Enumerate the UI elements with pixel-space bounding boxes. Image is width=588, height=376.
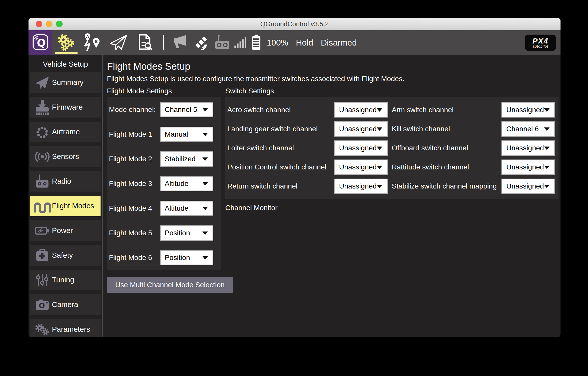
landing-gear-switch-channel-dropdown[interactable]: Unassigned bbox=[334, 121, 388, 137]
dropdown-value: Manual bbox=[165, 130, 188, 138]
flight-mode-row: Flight Mode 3Altitude bbox=[107, 171, 221, 196]
kill-switch-channel-dropdown[interactable]: Channel 6 bbox=[501, 121, 555, 137]
dropdown-value: Unassigned bbox=[506, 106, 544, 114]
qgc-home-button[interactable]: Q bbox=[29, 30, 52, 55]
mode-channel-dropdown[interactable]: Channel 5 bbox=[160, 102, 213, 117]
position-control-switch-channel-dropdown[interactable]: Unassigned bbox=[334, 160, 388, 175]
active-tab-indicator bbox=[55, 52, 78, 54]
row-label: Flight Mode 3 bbox=[109, 180, 160, 188]
flight-mode-indicator[interactable]: Hold bbox=[296, 38, 313, 48]
message-indicator[interactable] bbox=[170, 30, 191, 55]
flight-mode-5-dropdown[interactable]: Position bbox=[160, 225, 213, 241]
sidebar-item-firmware[interactable]: Firmware bbox=[30, 97, 101, 118]
camera-icon bbox=[33, 298, 52, 311]
chevron-down-icon bbox=[202, 256, 208, 259]
dropdown-value: Unassigned bbox=[339, 106, 377, 114]
titlebar: QGroundControl v3.5.2 bbox=[29, 18, 561, 30]
offboard-switch-channel-dropdown[interactable]: Unassigned bbox=[501, 140, 555, 156]
rc-transmitter-icon bbox=[214, 34, 230, 51]
toolbar-divider bbox=[163, 35, 164, 50]
sidebar-item-label: Flight Modes bbox=[52, 202, 94, 210]
sidebar-item-label: Airframe bbox=[52, 128, 80, 136]
sidebar-item-flight-modes[interactable]: Flight Modes bbox=[30, 196, 101, 216]
acro-switch-channel-dropdown[interactable]: Unassigned bbox=[334, 102, 388, 118]
flight-mode-3-dropdown[interactable]: Altitude bbox=[160, 176, 213, 191]
switch-settings-row: Return switch channelUnassignedStabilize… bbox=[225, 177, 558, 196]
row-label: Kill switch channel bbox=[388, 125, 501, 133]
waypoints-icon: A B bbox=[83, 33, 101, 53]
dropdown-value: Position bbox=[165, 229, 190, 237]
sidebar-item-label: Camera bbox=[52, 300, 78, 309]
switch-settings-row: Position Control switch channelUnassigne… bbox=[225, 157, 558, 177]
dropdown-value: Altitude bbox=[165, 180, 188, 188]
sidebar-items: SummaryFirmwareAirframeSensorsRadioFligh… bbox=[30, 72, 101, 337]
sidebar-item-parameters[interactable]: Parameters bbox=[30, 319, 101, 337]
row-label: Flight Mode 6 bbox=[109, 254, 160, 262]
radio-icon bbox=[33, 174, 52, 189]
main-panel: Flight Modes Setup Flight Modes Setup is… bbox=[103, 55, 561, 337]
stabilize-switch-channel-mapping-dropdown[interactable]: Unassigned bbox=[501, 179, 555, 194]
chevron-down-icon bbox=[202, 133, 208, 136]
log-file-icon bbox=[136, 33, 154, 52]
fly-tab[interactable] bbox=[105, 30, 132, 55]
airframe-icon bbox=[33, 124, 52, 140]
use-multi-channel-mode-selection-button[interactable]: Use Multi Channel Mode Selection bbox=[107, 277, 233, 293]
chevron-down-icon bbox=[544, 147, 550, 150]
chevron-down-icon bbox=[202, 207, 208, 210]
row-label: Flight Mode 2 bbox=[109, 155, 160, 163]
sidebar-item-radio[interactable]: Radio bbox=[30, 171, 101, 192]
battery-indicator[interactable] bbox=[248, 30, 264, 55]
sidebar-item-label: Power bbox=[52, 226, 73, 235]
svg-text:Q: Q bbox=[37, 37, 45, 49]
chevron-down-icon bbox=[202, 108, 208, 111]
flight-mode-2-dropdown[interactable]: Stabilized bbox=[160, 151, 213, 167]
sidebar-item-safety[interactable]: Safety bbox=[30, 245, 101, 266]
sidebar-item-tuning[interactable]: Tuning bbox=[30, 270, 101, 290]
flight-mode-4-dropdown[interactable]: Altitude bbox=[160, 201, 213, 216]
dropdown-value: Altitude bbox=[165, 204, 188, 212]
content-area: Vehicle Setup SummaryFirmwareAirframeSen… bbox=[29, 55, 561, 337]
plan-tab[interactable]: A B bbox=[79, 30, 105, 55]
sidebar-header: Vehicle Setup bbox=[29, 60, 102, 70]
rattitude-switch-channel-dropdown[interactable]: Unassigned bbox=[501, 160, 555, 175]
loiter-switch-channel-dropdown[interactable]: Unassigned bbox=[334, 140, 388, 156]
flight-mode-row: Flight Mode 6Position bbox=[107, 245, 221, 270]
rc-rssi-indicator[interactable] bbox=[233, 30, 248, 55]
vehicle-setup-tab[interactable] bbox=[52, 30, 79, 55]
megaphone-icon bbox=[173, 35, 188, 51]
chevron-down-icon bbox=[377, 127, 382, 131]
return-switch-channel-dropdown[interactable]: Unassigned bbox=[334, 179, 388, 194]
analyze-tab[interactable] bbox=[132, 30, 158, 55]
dropdown-value: Unassigned bbox=[339, 125, 377, 133]
flight-mode-6-dropdown[interactable]: Position bbox=[160, 250, 213, 265]
sidebar-item-airframe[interactable]: Airframe bbox=[30, 122, 101, 142]
app-window: QGroundControl v3.5.2 Q bbox=[29, 18, 561, 337]
flight-mode-row: Flight Mode 2Stabilized bbox=[107, 147, 221, 171]
page-title: Flight Modes Setup bbox=[107, 61, 561, 73]
signal-bars-icon bbox=[234, 36, 247, 50]
flight-mode-row: Flight Mode 4Altitude bbox=[107, 196, 221, 221]
row-label: Flight Mode 1 bbox=[109, 130, 160, 138]
rc-indicator[interactable] bbox=[212, 30, 233, 55]
px4-logo-text: PX4 bbox=[533, 37, 549, 45]
armed-state-indicator[interactable]: Disarmed bbox=[321, 38, 357, 48]
parameters-icon bbox=[33, 322, 52, 337]
sidebar-item-power[interactable]: Power bbox=[30, 220, 101, 241]
switch-settings-header: Switch Settings bbox=[225, 87, 558, 97]
flight-mode-settings-panel: Mode channel:Channel 5Flight Mode 1Manua… bbox=[107, 97, 221, 270]
close-window-button[interactable] bbox=[36, 21, 42, 27]
battery-icon bbox=[251, 34, 261, 51]
dropdown-value: Unassigned bbox=[506, 163, 544, 171]
minimize-window-button[interactable] bbox=[46, 21, 52, 27]
sidebar-item-summary[interactable]: Summary bbox=[30, 72, 101, 93]
gps-indicator[interactable] bbox=[191, 30, 212, 55]
arm-switch-channel-dropdown[interactable]: Unassigned bbox=[501, 102, 555, 118]
sidebar-item-sensors[interactable]: Sensors bbox=[30, 146, 101, 167]
sidebar-item-label: Parameters bbox=[52, 325, 90, 334]
power-icon bbox=[33, 224, 52, 237]
battery-percent[interactable]: 100% bbox=[267, 38, 288, 48]
sidebar-item-camera[interactable]: Camera bbox=[30, 294, 101, 315]
flight-mode-settings-header: Flight Mode Settings bbox=[107, 87, 221, 97]
zoom-window-button[interactable] bbox=[56, 21, 63, 27]
flight-mode-1-dropdown[interactable]: Manual bbox=[160, 127, 213, 142]
